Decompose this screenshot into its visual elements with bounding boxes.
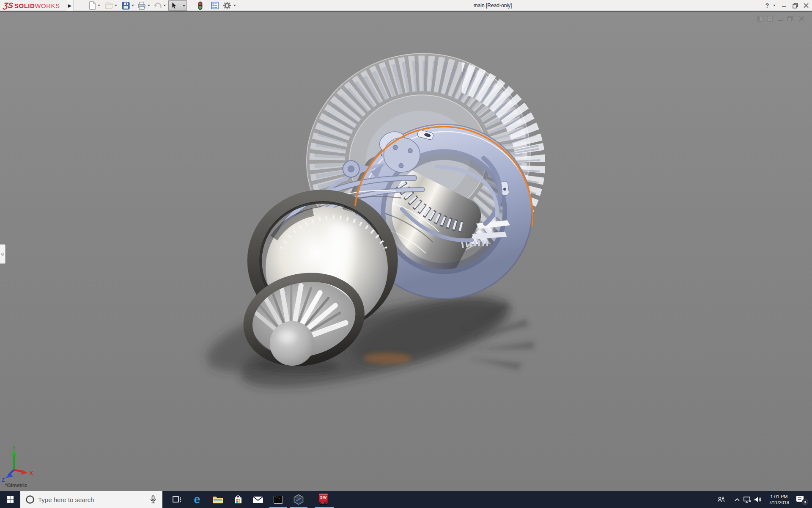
options-caret[interactable] xyxy=(233,5,236,6)
windows-logo-icon xyxy=(6,496,14,503)
cortana-icon xyxy=(25,495,35,504)
print-icon xyxy=(137,2,146,10)
undo-icon xyxy=(154,2,162,9)
close-button[interactable] xyxy=(801,0,811,11)
restore-icon xyxy=(793,3,798,8)
file-explorer-button[interactable] xyxy=(208,491,227,508)
doc-minimize-button[interactable] xyxy=(777,16,785,22)
tray-clock[interactable]: 1:01 PM 7/11/2018 xyxy=(764,494,794,505)
save-caret[interactable] xyxy=(132,5,134,6)
taskbar-search[interactable] xyxy=(20,491,162,508)
file-explorer-icon xyxy=(212,495,223,504)
network-tray-button[interactable] xyxy=(742,491,753,508)
menu-flyout-button[interactable]: ▶ xyxy=(66,0,74,11)
triad-z-label: Z xyxy=(2,477,5,482)
graphics-viewport[interactable]: Y X Z *Dimetric xyxy=(0,11,812,491)
start-button[interactable] xyxy=(0,491,20,508)
task-view-button[interactable] xyxy=(167,491,186,508)
brand-solid: SOLID xyxy=(14,2,35,9)
edge-icon: e xyxy=(194,494,200,505)
action-center-button[interactable]: 3 xyxy=(795,491,810,508)
doc-restore-button[interactable] xyxy=(787,16,794,22)
minimize-icon xyxy=(782,3,787,8)
store-icon xyxy=(233,494,243,505)
microphone-icon[interactable] xyxy=(150,495,156,504)
speaker-icon xyxy=(754,496,762,503)
volume-tray-button[interactable] xyxy=(752,491,763,508)
triad-x-label: X xyxy=(30,470,33,476)
people-tray-button[interactable] xyxy=(716,491,727,508)
undo-button[interactable] xyxy=(153,0,163,11)
hexagon-app-button[interactable] xyxy=(289,491,308,508)
network-icon xyxy=(743,496,752,503)
doc-close-button[interactable] xyxy=(798,16,806,22)
gear-icon xyxy=(223,1,231,10)
help-button[interactable]: ? xyxy=(763,0,771,11)
new-document-button[interactable] xyxy=(87,0,97,11)
people-icon xyxy=(717,496,725,503)
save-button[interactable] xyxy=(121,0,131,11)
view-orientation-label: *Dimetric xyxy=(5,483,27,489)
open-caret[interactable] xyxy=(115,5,117,6)
command-prompt-icon: C:\_ xyxy=(274,496,283,504)
appearance-button[interactable] xyxy=(195,0,205,11)
restore-button[interactable] xyxy=(790,0,800,11)
select-cursor-icon xyxy=(171,2,177,10)
appearance-stoplight-icon xyxy=(198,1,203,10)
titlebar: ƷS SOLIDWORKS ▶ xyxy=(0,0,812,11)
jet-engine-model[interactable] xyxy=(0,11,812,491)
options-button[interactable] xyxy=(222,0,232,11)
display-settings-button[interactable] xyxy=(210,0,220,11)
brand-works: WORKS xyxy=(35,2,60,9)
mail-icon xyxy=(252,495,263,504)
store-button[interactable] xyxy=(229,491,247,508)
search-input[interactable] xyxy=(38,496,140,503)
window-title: main [Read-only] xyxy=(444,3,541,8)
print-button[interactable] xyxy=(137,0,147,11)
notification-badge: 3 xyxy=(802,499,808,505)
solidworks-mark-icon: ƷS xyxy=(3,1,14,10)
select-caret[interactable] xyxy=(183,5,185,7)
feature-panel-collapsed-tab[interactable] xyxy=(0,244,5,264)
panel-expand-icon xyxy=(1,253,4,256)
print-caret[interactable] xyxy=(148,5,150,6)
doc-pane-left-button[interactable] xyxy=(757,16,764,22)
command-prompt-button[interactable]: C:\_ xyxy=(269,491,288,508)
open-folder-icon xyxy=(104,2,114,9)
display-settings-icon xyxy=(211,2,219,9)
new-caret[interactable] xyxy=(98,5,100,6)
tray-date: 7/11/2018 xyxy=(764,500,794,505)
select-tool-button[interactable] xyxy=(168,0,187,11)
orientation-triad: Y X Z xyxy=(0,443,42,482)
tray-overflow-button[interactable] xyxy=(732,491,743,508)
chevron-up-icon xyxy=(734,497,740,502)
doc-pane-right-button[interactable] xyxy=(767,16,774,22)
hexagon-app-icon xyxy=(293,494,304,505)
help-caret[interactable] xyxy=(773,5,776,6)
close-icon xyxy=(804,3,809,8)
exhaust-hub xyxy=(270,321,314,366)
solidworks-app-button[interactable]: SW 2017 xyxy=(314,491,334,508)
solidworks-year-badge: 2017 xyxy=(320,501,330,505)
task-view-icon xyxy=(172,495,181,504)
solidworks-app-icon: SW 2017 xyxy=(318,493,330,506)
open-button[interactable] xyxy=(104,0,114,11)
windows-taskbar: e C:\_ SW 2017 xyxy=(0,491,812,508)
triad-y-label: Y xyxy=(12,445,16,451)
mail-button[interactable] xyxy=(249,491,267,508)
solidworks-logo: ƷS SOLIDWORKS xyxy=(3,1,60,10)
tray-time: 1:01 PM xyxy=(764,494,794,500)
minimize-button[interactable] xyxy=(779,0,789,11)
undo-caret[interactable] xyxy=(163,5,166,6)
edge-button[interactable]: e xyxy=(188,491,206,508)
new-document-icon xyxy=(88,1,96,10)
save-icon xyxy=(122,2,130,10)
